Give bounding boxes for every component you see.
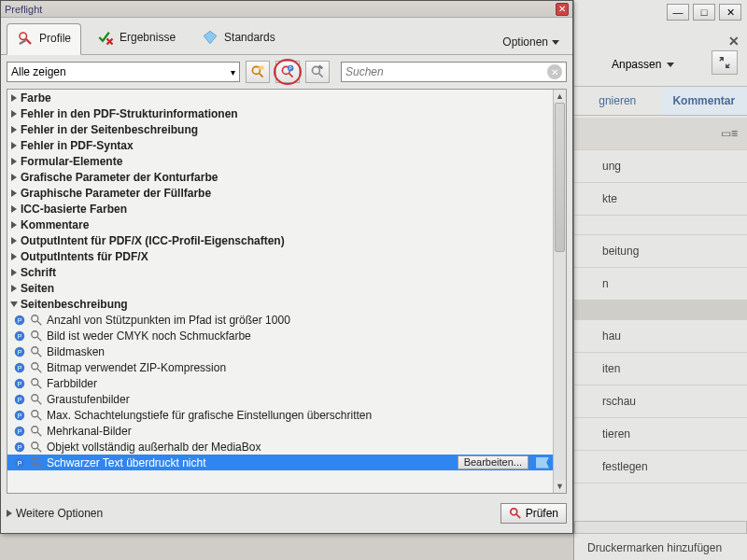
magnifier-wrench-icon	[30, 377, 43, 390]
category-label: ICC-basierte Farben	[21, 203, 127, 216]
tree-check-item[interactable]: PMax. Schachtelungstiefe für grafische E…	[7, 407, 553, 423]
tab-profile[interactable]: Profile	[7, 23, 81, 55]
triangle-right-icon	[11, 269, 17, 276]
bg-row[interactable]: rschau	[574, 385, 747, 418]
filter-combo[interactable]: Alle zeigen ▾	[7, 62, 240, 82]
vertical-scrollbar[interactable]: ▲ ▼	[553, 90, 566, 493]
svg-text:P: P	[18, 459, 22, 466]
tree-check-item[interactable]: PMehrkanal-Bilder	[7, 423, 553, 439]
scroll-thumb[interactable]	[555, 103, 565, 252]
filter-selected: Alle zeigen	[11, 65, 231, 78]
pruefen-button[interactable]: Prüfen	[500, 503, 567, 524]
bg-row[interactable]: iten	[574, 353, 747, 385]
titlebar[interactable]: Preflight ✕	[1, 1, 572, 18]
tree-category[interactable]: Fehler in der Seitenbeschreibung	[7, 121, 553, 137]
tab-results[interactable]: Ergebnisse	[87, 22, 186, 54]
tree-check-item[interactable]: PObjekt vollständig außerhalb der MediaB…	[7, 439, 553, 455]
close-button[interactable]: ✕	[556, 3, 569, 16]
show-single-checks-button[interactable]: P	[275, 61, 300, 83]
tree-category[interactable]: Seiten	[7, 280, 553, 296]
bg-hscrollbar[interactable]	[574, 521, 747, 534]
tree-check-item[interactable]: PGraustufenbilder	[7, 391, 553, 407]
maximize-button[interactable]: □	[693, 4, 715, 21]
magnifier-wrench-icon	[30, 314, 43, 327]
tree-category[interactable]: Kommentare	[7, 217, 553, 232]
tree-check-item[interactable]: PBild ist weder CMYK noch Schmuckfarbe	[7, 328, 553, 343]
more-options-label: Weitere Optionen	[16, 507, 103, 520]
edit-button[interactable]: Bearbeiten...	[458, 455, 529, 469]
clear-search-button[interactable]: ✕	[547, 64, 562, 79]
tree-check-item[interactable]: PSchwarzer Text überdruckt nichtBearbeit…	[7, 455, 553, 470]
bg-row[interactable]: beitung	[574, 235, 747, 268]
tree-category[interactable]: Grafische Parameter der Konturfarbe	[7, 169, 553, 185]
expand-button[interactable]	[712, 50, 738, 75]
minimize-button[interactable]: —	[667, 4, 689, 21]
tree-category[interactable]: Graphische Parameter der Füllfarbe	[7, 185, 553, 201]
svg-line-12	[319, 74, 323, 77]
dialog-footer: Weitere Optionen Prüfen	[7, 499, 567, 527]
tree-category[interactable]: OutputIntents für PDF/X	[7, 248, 553, 264]
tree-scroll[interactable]: FarbeFehler in den PDF-Strukturinformati…	[7, 90, 566, 493]
svg-line-25	[37, 352, 41, 356]
svg-point-32	[32, 378, 38, 385]
tree-check-item[interactable]: PBildmasken	[7, 343, 553, 359]
toolbar: Alle zeigen ▾ P ✕	[1, 55, 572, 89]
tree-category[interactable]: OutputIntent für PDF/X (ICC-Profil-Eigen…	[7, 232, 553, 248]
check-label: Bildmasken	[47, 345, 105, 358]
scroll-down-arrow[interactable]: ▼	[554, 480, 566, 493]
tab-sign[interactable]: gnieren	[574, 87, 661, 115]
bg-row[interactable]: n	[574, 268, 747, 301]
triangle-right-icon	[11, 110, 17, 118]
anpassen-label: Anpassen	[612, 58, 661, 71]
check-badge-icon: P	[13, 377, 26, 390]
more-options-toggle[interactable]: Weitere Optionen	[7, 507, 103, 520]
search-input[interactable]	[345, 65, 547, 78]
category-label: Fehler in PDF-Syntax	[21, 139, 134, 152]
bg-row[interactable]	[574, 301, 747, 320]
bg-row[interactable]: kte	[574, 183, 747, 216]
tree-category[interactable]: Fehler in PDF-Syntax	[7, 137, 553, 153]
tree-category[interactable]: Formular-Elemente	[7, 153, 553, 169]
svg-line-8	[289, 74, 293, 77]
tree-check-item[interactable]: PAnzahl von Stützpunkten im Pfad ist grö…	[7, 312, 553, 328]
show-fixups-button[interactable]	[305, 61, 330, 83]
check-label: Max. Schachtelungstiefe für grafische Ei…	[47, 409, 372, 422]
flag-icon[interactable]	[536, 457, 549, 469]
panel-close-icon[interactable]: ✕	[728, 34, 740, 49]
options-dropdown[interactable]: Optionen	[495, 30, 567, 54]
category-label: Grafische Parameter der Konturfarbe	[21, 171, 218, 184]
triangle-right-icon	[11, 237, 17, 245]
tree-check-item[interactable]: PFarbbilder	[7, 375, 553, 391]
svg-line-45	[37, 431, 41, 435]
magnifier-wrench-icon	[30, 329, 43, 343]
tree-category[interactable]: Farbe	[7, 90, 553, 105]
bg-row[interactable]: tieren	[574, 418, 747, 451]
bg-row[interactable]: festlegen	[574, 451, 747, 483]
check-badge-icon: P	[13, 329, 26, 343]
anpassen-dropdown[interactable]: Anpassen	[602, 52, 684, 77]
tree-category-open[interactable]: Seitenbeschreibung	[7, 296, 553, 312]
tree-check-item[interactable]: PBitmap verwendet ZIP-Kompression	[7, 359, 553, 375]
show-profiles-button[interactable]	[246, 61, 270, 83]
tree-category[interactable]: Schrift	[7, 264, 553, 280]
bg-row[interactable]: hau	[574, 320, 747, 353]
scroll-up-arrow[interactable]: ▲	[554, 90, 566, 103]
svg-text:P: P	[18, 364, 22, 371]
check-badge-icon: P	[13, 361, 26, 374]
bg-row[interactable]: ung	[574, 150, 747, 183]
tree-category[interactable]: Fehler in den PDF-Strukturinformationen	[7, 105, 553, 121]
category-label: Seiten	[21, 282, 54, 295]
tab-standards[interactable]: Standards	[191, 22, 286, 54]
svg-line-33	[37, 384, 41, 387]
pruefen-label: Prüfen	[526, 507, 558, 520]
check-badge-icon: P	[13, 456, 26, 469]
tree-category[interactable]: ICC-basierte Farben	[7, 201, 553, 217]
bg-row[interactable]	[574, 216, 747, 235]
window-close-button[interactable]: ✕	[719, 4, 741, 21]
tab-comment[interactable]: Kommentar	[661, 87, 748, 115]
svg-text:P: P	[18, 316, 22, 323]
bg-bottom-link[interactable]: Druckermarken hinzufügen	[587, 541, 741, 554]
bg-panel-header[interactable]: ▭≡	[574, 118, 747, 150]
tab-standards-label: Standards	[224, 31, 275, 44]
window-controls: — □ ✕	[667, 4, 741, 21]
